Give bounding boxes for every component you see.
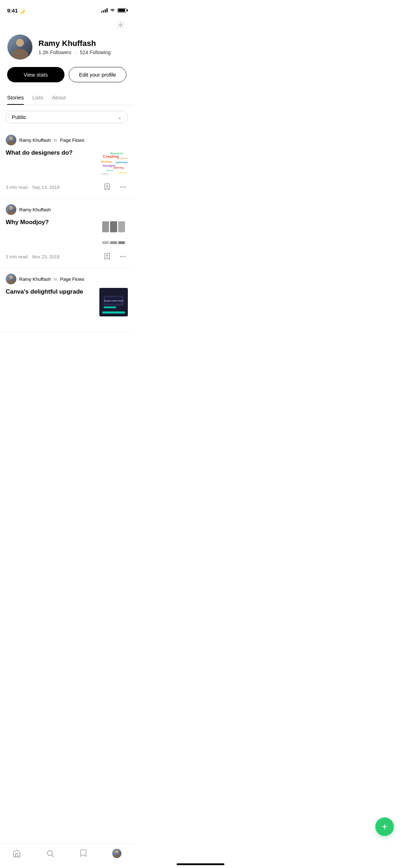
filter-label: Public — [12, 114, 26, 120]
status-bar: 9:41 🌙 — [0, 0, 134, 16]
filter-dropdown[interactable]: Public ⌄ — [6, 111, 128, 123]
view-stats-button[interactable]: View stats — [7, 67, 64, 82]
author-name: Ramy Khuffash — [19, 207, 51, 212]
author-avatar — [6, 274, 16, 284]
meta-in-text: in — [54, 277, 57, 282]
edit-profile-button[interactable]: Edit your profile — [69, 67, 127, 82]
svg-point-21 — [124, 256, 125, 257]
story-thumbnail: Design made simple — [99, 288, 128, 316]
tab-about[interactable]: About — [52, 91, 66, 105]
more-options-button[interactable] — [118, 182, 128, 192]
status-time: 9:41 🌙 — [7, 7, 25, 14]
chevron-down-icon: ⌄ — [118, 114, 122, 120]
svg-text:Implement: Implement — [119, 157, 128, 159]
story-card: Ramy Khuffash in Page Flows Canva's deli… — [0, 268, 134, 332]
author-avatar — [6, 135, 16, 145]
story-footer: 3 min read · Nov 23, 2018 — [6, 251, 128, 268]
avatar — [7, 34, 33, 60]
story-date: Sep 13, 2019 — [32, 185, 59, 190]
bookmark-add-icon — [104, 253, 111, 260]
signal-icon — [101, 8, 108, 12]
ellipsis-icon — [119, 184, 126, 191]
story-card: Ramy Khuffash in Page Flows What do desi… — [0, 129, 134, 198]
svg-point-0 — [113, 11, 113, 12]
profile-actions: View stats Edit your profile — [7, 67, 126, 82]
wordcloud-svg: Creating Research Meetings Designs optim… — [99, 149, 128, 177]
moodjoy-thumb — [99, 218, 128, 247]
separator: · — [29, 254, 31, 259]
story-card: Ramy Khuffash Why Moodjoy? 3 min read · … — [0, 198, 134, 268]
svg-rect-25 — [104, 306, 116, 308]
story-title[interactable]: What do designers do? — [6, 149, 95, 157]
tab-lists[interactable]: Lists — [32, 91, 43, 105]
story-thumbnail: Creating Research Meetings Designs optim… — [99, 149, 128, 177]
publication-name: Page Flows — [60, 138, 84, 143]
svg-point-16 — [124, 186, 125, 187]
svg-text:planning: planning — [114, 166, 124, 169]
profile-section: Ramy Khuffash 1.2K Followers · 524 Follo… — [0, 34, 134, 82]
story-read-info: 3 min read · Sep 13, 2019 — [6, 184, 59, 190]
story-date: Nov 23, 2018 — [32, 254, 59, 259]
tabs-container: Stories Lists About — [0, 91, 134, 105]
svg-text:Meetings: Meetings — [101, 160, 112, 163]
svg-point-14 — [120, 186, 121, 187]
svg-point-15 — [122, 186, 123, 187]
read-time: 3 min read — [6, 185, 27, 190]
story-thumbnail — [99, 218, 128, 247]
story-title[interactable]: Why Moodjoy? — [6, 218, 95, 226]
moon-icon: 🌙 — [19, 8, 25, 14]
followers-count: 1.2K Followers — [38, 50, 72, 55]
story-body: What do designers do? Creating Research … — [6, 149, 128, 177]
ellipsis-icon — [119, 253, 126, 260]
svg-text:wireframes: wireframes — [117, 171, 127, 174]
content-area: Public ⌄ Ramy Khuffash in Page Flows Wha… — [0, 105, 134, 337]
separator: · — [29, 185, 31, 190]
story-footer: 3 min read · Sep 13, 2019 — [6, 182, 128, 198]
following-count: 524 Following — [80, 50, 110, 55]
author-avatar — [6, 204, 16, 215]
svg-point-19 — [120, 256, 121, 257]
author-name: Ramy Khuffash — [19, 138, 51, 143]
gear-icon — [116, 21, 125, 29]
story-meta: Ramy Khuffash — [6, 204, 128, 215]
filter-row: Public ⌄ — [0, 111, 134, 129]
wordcloud-thumb: Creating Research Meetings Designs optim… — [99, 149, 128, 177]
story-title[interactable]: Canva's delightful upgrade — [6, 288, 95, 296]
separator-dot: · — [75, 50, 76, 55]
svg-text:Design made simple: Design made simple — [104, 300, 124, 302]
story-meta: Ramy Khuffash in Page Flows — [6, 135, 128, 145]
canva-svg: Design made simple — [103, 295, 124, 309]
author-name: Ramy Khuffash — [19, 277, 51, 282]
story-body: Canva's delightful upgrade Design made s… — [6, 288, 128, 316]
svg-text:optimization: optimization — [115, 161, 128, 164]
meta-in-text: in — [54, 138, 57, 143]
profile-name: Ramy Khuffash — [38, 39, 126, 48]
story-actions — [102, 251, 128, 262]
svg-text:Research: Research — [110, 152, 123, 155]
profile-info: Ramy Khuffash 1.2K Followers · 524 Follo… — [38, 39, 126, 55]
story-body: Why Moodjoy? — [6, 218, 128, 247]
canva-thumb: Design made simple — [99, 288, 128, 316]
more-options-button[interactable] — [118, 252, 128, 262]
battery-icon — [118, 8, 126, 12]
svg-text:Results: Results — [106, 169, 114, 171]
bookmark-add-icon — [104, 183, 111, 191]
profile-header: Ramy Khuffash 1.2K Followers · 524 Follo… — [7, 34, 126, 60]
settings-row — [0, 16, 134, 34]
svg-text:analysis: analysis — [101, 173, 109, 175]
wifi-icon — [110, 8, 115, 12]
save-button[interactable] — [102, 251, 112, 262]
save-button[interactable] — [102, 182, 112, 192]
avatar-image — [7, 35, 32, 60]
settings-button[interactable] — [114, 19, 127, 31]
svg-point-1 — [120, 24, 122, 26]
publication-name: Page Flows — [60, 277, 84, 282]
story-actions — [102, 182, 128, 192]
svg-point-20 — [122, 256, 123, 257]
status-icons — [101, 8, 126, 12]
story-meta: Ramy Khuffash in Page Flows — [6, 274, 128, 284]
profile-stats: 1.2K Followers · 524 Following — [38, 50, 126, 55]
read-time: 3 min read — [6, 254, 27, 259]
tab-stories[interactable]: Stories — [7, 91, 24, 105]
story-read-info: 3 min read · Nov 23, 2018 — [6, 253, 59, 260]
